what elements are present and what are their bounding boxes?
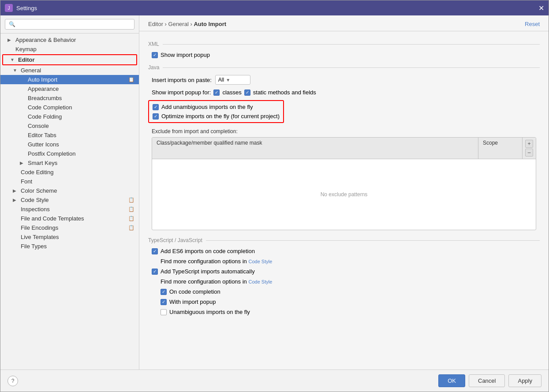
add-row-button[interactable]: + — [525, 140, 533, 148]
dialog-body: 🔍 ▶ Appearance & Behavior ▶ Keymap — [0, 15, 549, 370]
sidebar-item-file-encodings[interactable]: ▶ File Encodings 📋 — [0, 223, 139, 232]
sidebar-item-file-types[interactable]: ▶ File Types — [0, 242, 139, 251]
dialog-footer: ? OK Cancel Apply — [0, 370, 549, 392]
sidebar-item-label: Live Templates — [21, 234, 59, 240]
breadcrumb-part3: Auto Import — [194, 21, 226, 27]
sidebar-item-live-templates[interactable]: ▶ Live Templates — [0, 232, 139, 242]
exclude-section: Exclude from import and completion: Clas… — [148, 128, 540, 230]
find-more-ts-text: Find more configuration options in — [161, 278, 248, 285]
show-import-popup-label: Show import popup — [161, 52, 210, 58]
insert-imports-dropdown[interactable]: All ▼ — [215, 75, 250, 85]
help-button[interactable]: ? — [7, 376, 18, 386]
arrow-icon: ▶ — [7, 37, 13, 42]
static-methods-label: static methods and fields — [253, 89, 316, 96]
sidebar-item-label: Auto Import — [28, 76, 57, 83]
sidebar-item-keymap[interactable]: ▶ Keymap — [0, 45, 139, 54]
app-icon: J — [5, 4, 13, 12]
static-methods-checkbox[interactable]: ✓ — [244, 90, 250, 96]
code-style-link-ts[interactable]: Code Style — [248, 279, 272, 284]
sidebar-item-breadcrumbs[interactable]: ▶ Breadcrumbs — [0, 93, 139, 103]
tree-container: ▶ Appearance & Behavior ▶ Keymap ▼ Edito… — [0, 34, 139, 370]
sidebar-item-appearance[interactable]: ▶ Appearance — [0, 84, 139, 93]
cancel-button[interactable]: Cancel — [469, 374, 505, 387]
copy-badge-icon: 📋 — [128, 225, 134, 231]
insert-imports-value: All — [218, 77, 224, 83]
with-import-popup-checkbox[interactable]: ✓ — [161, 299, 167, 305]
add-es6-checkbox[interactable]: ✓ — [152, 248, 158, 254]
search-box: 🔍 — [0, 15, 139, 34]
add-typescript-checkbox[interactable]: ✓ — [152, 269, 158, 275]
ts-section-header: TypeScript / JavaScript — [148, 237, 540, 243]
sidebar-item-font[interactable]: ▶ Font — [0, 177, 139, 186]
sidebar-item-console[interactable]: ▶ Console — [0, 121, 139, 131]
classes-checkbox[interactable]: ✓ — [213, 90, 220, 96]
sidebar-item-code-style[interactable]: ▶ Code Style 📋 — [0, 195, 139, 205]
optimize-imports-checkbox[interactable]: ✓ — [153, 113, 159, 119]
settings-dialog: J Settings ✕ 🔍 ▶ Appearance & Behavior — [0, 0, 549, 392]
breadcrumb-part1: Editor — [148, 21, 163, 27]
sidebar-item-label: File Types — [21, 243, 47, 250]
sidebar-item-code-folding[interactable]: ▶ Code Folding — [0, 112, 139, 121]
sidebar-item-appearance-behavior[interactable]: ▶ Appearance & Behavior — [0, 35, 139, 45]
find-more-es6-text: Find more configuration options in — [161, 258, 248, 265]
reset-link[interactable]: Reset — [525, 21, 540, 27]
breadcrumb-part2: General — [168, 21, 189, 27]
exclude-table-body: No exclude patterns — [152, 159, 536, 230]
sidebar-item-color-scheme[interactable]: ▶ Color Scheme — [0, 186, 139, 195]
window-title: Settings — [16, 5, 37, 11]
sidebar-item-inspections[interactable]: ▶ Inspections 📋 — [0, 205, 139, 214]
content-header: Editor › General › Auto Import Reset — [139, 15, 549, 31]
code-style-link-es6[interactable]: Code Style — [248, 259, 272, 264]
sidebar-item-label: File Encodings — [21, 224, 58, 231]
show-import-popup-checkbox[interactable]: ✓ — [152, 52, 158, 58]
add-unambiguous-checkbox[interactable]: ✓ — [153, 104, 159, 110]
sidebar-item-editor[interactable]: ▼ Editor — [2, 54, 137, 65]
sidebar-item-gutter-icons[interactable]: ▶ Gutter Icons — [0, 140, 139, 149]
no-patterns-text: No exclude patterns — [321, 191, 368, 198]
remove-row-button[interactable]: – — [525, 149, 533, 157]
sidebar-item-auto-import[interactable]: ▶ Auto Import 📋 — [0, 75, 139, 84]
sidebar-item-label: Code Folding — [28, 113, 62, 120]
optimize-imports-row: ✓ Optimize imports on the fly (for curre… — [153, 113, 280, 119]
sidebar-item-label: File and Code Templates — [21, 215, 84, 222]
add-es6-label: Add ES6 imports on code completion — [161, 248, 255, 254]
unambiguous-fly-label: Unambiguous imports on the fly — [169, 309, 250, 315]
on-code-completion-checkbox[interactable]: ✓ — [161, 289, 167, 295]
sidebar-item-label: Code Style — [21, 197, 49, 203]
col-actions: + – — [523, 138, 536, 159]
show-import-popup-row: ✓ Show import popup — [148, 52, 540, 58]
col-name-header: Class/package/member qualified name mask — [152, 138, 478, 159]
sidebar-item-general[interactable]: ▼ General — [0, 66, 139, 75]
sidebar-item-label: Code Completion — [28, 104, 72, 111]
add-typescript-row: ✓ Add TypeScript imports automatically — [148, 268, 540, 275]
add-typescript-label: Add TypeScript imports automatically — [161, 268, 255, 275]
ok-button[interactable]: OK — [438, 374, 465, 387]
unambiguous-fly-checkbox[interactable] — [161, 309, 167, 315]
arrow-icon: ▼ — [13, 68, 18, 73]
on-code-completion-label: On code completion — [169, 288, 220, 295]
show-import-for-label: Show import popup for: — [152, 89, 211, 96]
close-button[interactable]: ✕ — [538, 4, 544, 12]
exclude-table-header: Class/package/member qualified name mask… — [152, 138, 536, 159]
find-more-es6: Find more configuration options in Code … — [148, 258, 540, 265]
arrow-icon: ▼ — [10, 57, 15, 62]
sidebar-item-code-editing[interactable]: ▶ Code Editing — [0, 168, 139, 177]
sidebar-item-label: Appearance & Behavior — [15, 37, 76, 43]
sidebar-item-code-completion[interactable]: ▶ Code Completion — [0, 103, 139, 112]
sidebar-item-label: Console — [28, 123, 49, 129]
sidebar-item-file-code-templates[interactable]: ▶ File and Code Templates 📋 — [0, 214, 139, 223]
title-bar: J Settings ✕ — [0, 0, 549, 15]
breadcrumb-sep1: › — [165, 21, 168, 27]
optimize-imports-label: Optimize imports on the fly (for current… — [161, 113, 280, 119]
xml-section-header: XML — [148, 41, 540, 47]
apply-button[interactable]: Apply — [508, 374, 542, 387]
java-label: Java — [148, 64, 159, 71]
sidebar-item-postfix-completion[interactable]: ▶ Postfix Completion — [0, 149, 139, 158]
with-import-popup-label: With import popup — [169, 299, 216, 305]
sidebar-item-editor-tabs[interactable]: ▶ Editor Tabs — [0, 131, 139, 140]
sidebar-item-label: Color Scheme — [21, 187, 57, 194]
sidebar-item-smart-keys[interactable]: ▶ Smart Keys — [0, 158, 139, 168]
classes-label: classes — [222, 89, 241, 96]
insert-imports-label: Insert imports on paste: — [152, 77, 212, 83]
search-input[interactable] — [17, 21, 131, 27]
